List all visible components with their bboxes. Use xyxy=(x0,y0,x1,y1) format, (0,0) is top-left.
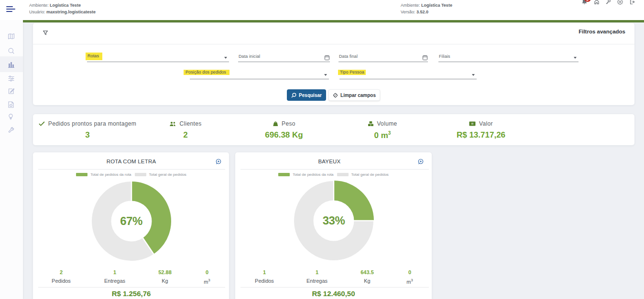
svg-text:0: 0 xyxy=(471,122,473,125)
